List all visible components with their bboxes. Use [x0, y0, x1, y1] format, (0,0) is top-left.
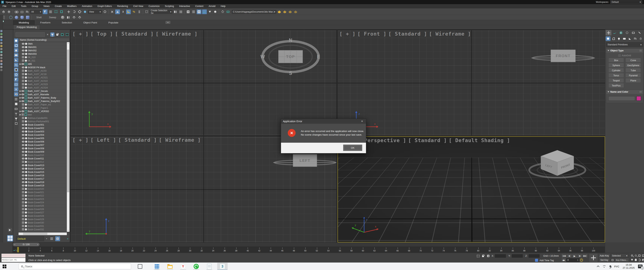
- helpers-category-icon[interactable]: [627, 36, 632, 41]
- explorer-row[interactable]: Bath_A107_VERSO: [18, 110, 67, 113]
- lattice-icon[interactable]: [72, 15, 76, 20]
- hidden-layers-icon[interactable]: [22, 83, 24, 85]
- selection-filter-dropdown[interactable]: All▾: [30, 10, 42, 14]
- angle-snap-icon[interactable]: [126, 9, 131, 14]
- volume-icon[interactable]: [609, 265, 611, 267]
- filter-icon[interactable]: [14, 116, 18, 121]
- calendar-icon[interactable]: [14, 121, 18, 126]
- visibility-eye-icon[interactable]: [22, 63, 24, 65]
- box-primitive-icon[interactable]: [25, 15, 30, 20]
- named-selection-sets-icon[interactable]: [144, 9, 149, 14]
- hidden-layers-icon[interactable]: [22, 222, 24, 224]
- viewport-style[interactable]: [ Standard ]: [118, 137, 157, 143]
- display-containers-icon[interactable]: [14, 82, 18, 87]
- menu-item[interactable]: Content: [193, 4, 206, 9]
- cameras-category-icon[interactable]: [622, 36, 627, 41]
- explorer-row[interactable]: Book-Cover009: [18, 150, 67, 154]
- menu-item[interactable]: Interactive: [176, 4, 193, 9]
- viewcube-left[interactable]: LEFT: [273, 151, 336, 169]
- object-color-swatch[interactable]: [636, 96, 641, 101]
- explorer-row[interactable]: Book-Cover001: [18, 123, 67, 126]
- explorer-row[interactable]: Bath_A107_Decals: [18, 89, 67, 93]
- category-dropdown[interactable]: Standard Primitives▾: [606, 42, 643, 47]
- hidden-layers-icon[interactable]: [22, 228, 24, 230]
- track-bar-ruler[interactable]: 0246810121416182022242628303234363840424…: [17, 247, 605, 252]
- explorer-row[interactable]: Book-Cover007: [18, 144, 67, 147]
- ribbon-tab[interactable]: Selection: [56, 21, 78, 25]
- add-time-tag[interactable]: Add Time Tag: [540, 259, 554, 262]
- spinner-snap-icon[interactable]: [137, 9, 142, 14]
- wifi-icon[interactable]: [603, 265, 606, 267]
- explorer-row[interactable]: Book-Cover006: [18, 140, 67, 144]
- visibility-eye-icon[interactable]: [22, 158, 24, 159]
- sweep-button[interactable]: Sweep: [46, 16, 60, 19]
- primitive-button[interactable]: Cone: [626, 58, 641, 62]
- hidden-layers-icon[interactable]: [22, 117, 24, 119]
- visibility-eye-icon[interactable]: [22, 134, 24, 136]
- clear-search-icon[interactable]: ×: [46, 33, 50, 37]
- start-button[interactable]: [2, 264, 6, 268]
- rollout-header[interactable]: Name and Color: [606, 90, 643, 94]
- viewport-name[interactable]: [ Left ]: [90, 137, 116, 143]
- primitive-button[interactable]: Sphere: [608, 63, 624, 68]
- explorer-row[interactable]: 06_011: [18, 59, 67, 62]
- mini-icon[interactable]: [0, 36, 2, 38]
- zoom-extents-icon[interactable]: [638, 253, 641, 258]
- select-place-icon[interactable]: [82, 9, 88, 14]
- explorer-row[interactable]: Book-Cover017: [18, 177, 67, 181]
- hidden-icons-chevron[interactable]: [597, 265, 600, 268]
- shell-button[interactable]: Shell: [33, 16, 45, 19]
- viewport-style[interactable]: [ Standard ]: [115, 31, 154, 37]
- pan-hand-icon[interactable]: [634, 258, 638, 262]
- motion-tab[interactable]: [624, 30, 630, 35]
- layout-expand-button[interactable]: [8, 228, 12, 232]
- visibility-eye-icon[interactable]: [22, 185, 24, 186]
- visibility-eye-icon[interactable]: [22, 43, 24, 45]
- hidden-layers-icon[interactable]: [22, 188, 24, 190]
- taskbar-app-notepad[interactable]: [204, 263, 214, 270]
- explorer-column-header[interactable]: Name (Sorted Ascending): [18, 38, 70, 42]
- explorer-row[interactable]: Book-Cover004: [18, 133, 67, 137]
- hidden-layers-icon[interactable]: [22, 103, 24, 105]
- snap-3d-icon[interactable]: 3: [120, 9, 126, 14]
- hidden-layers-icon[interactable]: [22, 73, 24, 75]
- expand-icon[interactable]: [20, 94, 21, 95]
- maxscript-output-line[interactable]: [2, 254, 26, 257]
- maximize-viewport-icon[interactable]: [642, 258, 644, 262]
- doc-view-icon[interactable]: [14, 107, 18, 111]
- viewport-perspective[interactable]: [ + ][ Perspective ][ Standard ][ Defaul…: [338, 136, 605, 242]
- explorer-row[interactable]: Book-Cover008: [18, 147, 67, 150]
- visibility-eye-icon[interactable]: [22, 178, 24, 180]
- curve-editor-icon[interactable]: [202, 9, 207, 14]
- primitive-button[interactable]: TextPlus: [608, 84, 624, 88]
- visibility-eye-icon[interactable]: [22, 148, 24, 149]
- geometry-category-icon[interactable]: [606, 36, 610, 41]
- select-rotate-icon[interactable]: [72, 9, 76, 14]
- primitive-button[interactable]: Cylinder: [608, 68, 624, 73]
- display-tab[interactable]: [630, 30, 636, 35]
- mirror-tool-icon[interactable]: [66, 15, 71, 20]
- menu-item[interactable]: Create: [52, 4, 64, 9]
- window-crossing-icon[interactable]: [59, 9, 64, 14]
- explorer-row[interactable]: Book-Cover024: [18, 201, 67, 204]
- explorer-row[interactable]: Book-Cover031: [18, 224, 67, 228]
- expand-icon[interactable]: [20, 97, 21, 99]
- explorer-row[interactable]: Book-Cover028: [18, 214, 67, 218]
- explorer-row[interactable]: Book-Cover014: [18, 167, 67, 170]
- select-move-icon[interactable]: [66, 9, 71, 14]
- mini-icon[interactable]: [0, 45, 2, 47]
- explorer-row[interactable]: Book-Cover016: [18, 174, 67, 177]
- expand-icon[interactable]: [20, 90, 21, 92]
- utilities-tab[interactable]: [636, 30, 642, 35]
- hierarchy-mode-icon[interactable]: [60, 33, 64, 37]
- ribbon-tab[interactable]: Populate: [103, 21, 124, 25]
- menu-item[interactable]: Help: [218, 4, 228, 9]
- key-mode-toggle[interactable]: ◀▶: [562, 258, 566, 262]
- display-cameras-icon[interactable]: [14, 53, 18, 57]
- mini-icon[interactable]: [0, 33, 2, 35]
- hidden-layers-icon[interactable]: [22, 215, 24, 217]
- explorer-row[interactable]: Book-Cover020: [18, 187, 67, 191]
- mini-icon[interactable]: [0, 66, 2, 68]
- align-icon[interactable]: [178, 9, 183, 14]
- explorer-row[interactable]: Book-Cover002: [18, 126, 67, 130]
